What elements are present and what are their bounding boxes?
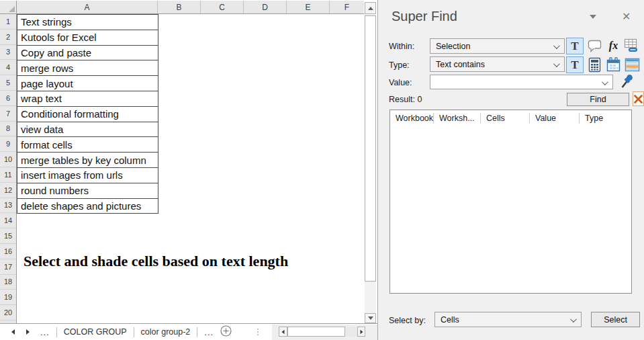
row-header[interactable]: 10: [0, 152, 16, 167]
super-find-panel: Super Find ✕ Within: Selection T fx Type…: [377, 0, 644, 340]
eyedropper-button[interactable]: [619, 73, 634, 90]
sheet-grid[interactable]: Text stringsKutools for ExcelCopy and pa…: [17, 14, 363, 323]
sheet-tab-bar: ... COLOR GROUP color group-2 ...: [0, 323, 377, 340]
row-header[interactable]: 1: [0, 14, 16, 30]
hyperlink-filter-icon[interactable]: [623, 38, 639, 53]
row-header[interactable]: 17: [0, 259, 16, 275]
within-label: Within:: [389, 42, 414, 51]
sheet-cell[interactable]: view data: [17, 122, 158, 138]
scroll-down-button[interactable]: [365, 313, 376, 323]
chevron-down-icon: [553, 42, 560, 49]
row-header[interactable]: 7: [0, 106, 16, 122]
sheet-cell[interactable]: Conditional formatting: [17, 107, 158, 122]
scroll-left-button[interactable]: [279, 327, 287, 337]
sheet-cell[interactable]: Kutools for Excel: [17, 30, 158, 46]
row-header[interactable]: 4: [0, 60, 16, 75]
panel-collapse-button[interactable]: [590, 15, 598, 20]
row-header[interactable]: 18: [0, 275, 16, 290]
comment-filter-icon[interactable]: [587, 39, 603, 53]
row-header[interactable]: 3: [0, 45, 16, 60]
scroll-right-button[interactable]: [357, 327, 365, 337]
prev-sheet-button[interactable]: [11, 329, 15, 335]
row-header[interactable]: 12: [0, 183, 16, 198]
row-header[interactable]: 11: [0, 167, 16, 183]
cell-format-type-icon[interactable]: [624, 57, 641, 73]
within-dropdown-value: Selection: [436, 42, 470, 51]
tab-separator: [134, 327, 134, 337]
find-button[interactable]: Find: [567, 93, 629, 106]
row-header[interactable]: 16: [0, 244, 16, 259]
sheet-cell[interactable]: wrap text: [17, 91, 158, 107]
row-header[interactable]: 9: [0, 136, 16, 152]
header-workbook[interactable]: Workbook: [390, 113, 434, 124]
formula-filter-icon[interactable]: fx: [605, 38, 622, 52]
row-header[interactable]: 20: [0, 305, 16, 321]
sheet-tab-color-group[interactable]: COLOR GROUP: [64, 327, 127, 337]
sheet-cell[interactable]: insert images from urls: [17, 168, 158, 183]
panel-close-button[interactable]: ✕: [622, 10, 631, 23]
tab-separator: [56, 327, 57, 337]
vertical-scroll-thumb[interactable]: [365, 15, 376, 282]
value-input[interactable]: [430, 75, 613, 89]
sheet-cell[interactable]: Copy and paste: [17, 46, 158, 61]
sheet-cell[interactable]: format cells: [17, 137, 158, 153]
select-all-triangle-icon: [9, 6, 15, 12]
vertical-scrollbar[interactable]: [365, 2, 376, 323]
results-table-header: Workbook Worksh... Cells Value Type: [390, 110, 631, 126]
row-header[interactable]: 8: [0, 122, 16, 137]
sheet-caption-text: Select and shade cells based on text len…: [24, 253, 288, 270]
sheet-cell[interactable]: page layout: [17, 76, 158, 91]
chevron-down-icon: [553, 60, 560, 67]
horizontal-scroll-thumb[interactable]: [287, 327, 345, 337]
header-type[interactable]: Type: [580, 113, 631, 124]
more-sheets-left[interactable]: ...: [40, 327, 50, 337]
header-value[interactable]: Value: [530, 113, 580, 124]
row-header[interactable]: 14: [0, 213, 16, 228]
row-header[interactable]: 13: [0, 198, 16, 214]
number-type-icon[interactable]: [587, 57, 602, 73]
next-sheet-button[interactable]: [26, 329, 30, 335]
row-header[interactable]: 5: [0, 75, 16, 91]
more-sheets-right[interactable]: ...: [204, 327, 214, 337]
horizontal-scroll-zone: [272, 325, 377, 340]
header-worksheet[interactable]: Worksh...: [434, 113, 481, 124]
select-button[interactable]: Select: [591, 312, 640, 327]
sheet-cell[interactable]: Text strings: [17, 15, 158, 30]
sheet-cell[interactable]: round numbers: [17, 183, 158, 199]
column-header-f[interactable]: F: [330, 1, 364, 13]
row-header[interactable]: 15: [0, 228, 16, 244]
scroll-up-button[interactable]: [365, 2, 376, 14]
column-header-d[interactable]: D: [244, 1, 287, 13]
column-header-a[interactable]: A: [17, 1, 158, 13]
within-dropdown[interactable]: Selection: [430, 38, 565, 54]
select-by-dropdown-value: Cells: [441, 315, 459, 325]
result-count-label: Result: 0: [389, 95, 422, 104]
tab-separator: [197, 327, 197, 337]
chevron-down-icon: [570, 316, 577, 323]
type-dropdown[interactable]: Text contains: [430, 56, 565, 72]
cancel-search-button[interactable]: [633, 91, 644, 106]
spreadsheet-area: A B C D E F 1234567891011121314151617181…: [0, 0, 377, 340]
new-sheet-button[interactable]: [220, 325, 232, 339]
text-type-icon[interactable]: T: [566, 56, 584, 73]
sheet-cell[interactable]: merge tables by key column: [17, 153, 158, 168]
text-filter-icon[interactable]: T: [566, 38, 584, 54]
date-type-icon[interactable]: [605, 57, 621, 73]
row-header[interactable]: 6: [0, 91, 16, 106]
column-header-b[interactable]: B: [158, 1, 201, 13]
sheet-cell[interactable]: merge rows: [17, 60, 158, 76]
sheet-cell[interactable]: delete shapes and pictures: [17, 199, 158, 214]
sheet-tab-color-group-2[interactable]: color group-2: [141, 327, 191, 337]
eyedropper-icon: [619, 73, 634, 90]
column-headers: A B C D E F: [17, 1, 364, 14]
row-header[interactable]: 19: [0, 290, 16, 305]
select-by-dropdown[interactable]: Cells: [434, 312, 582, 327]
column-header-e[interactable]: E: [287, 1, 330, 13]
down-arrow-icon: [368, 316, 373, 320]
horizontal-scrollbar[interactable]: [279, 327, 365, 337]
column-header-c[interactable]: C: [201, 1, 244, 13]
chevron-down-icon: [602, 79, 608, 85]
row-header[interactable]: 2: [0, 30, 16, 45]
select-all-corner[interactable]: [0, 1, 17, 14]
header-cells[interactable]: Cells: [481, 113, 530, 124]
